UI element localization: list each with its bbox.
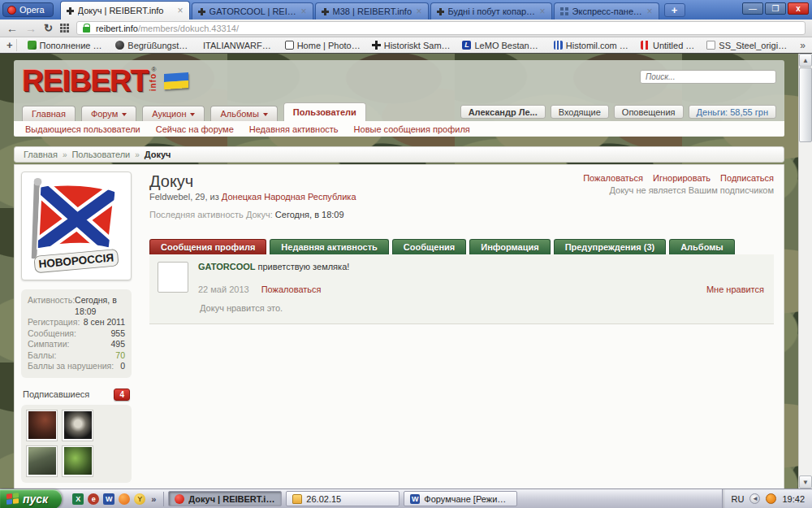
ukraine-flag-icon	[164, 72, 188, 89]
tab-profile-posts[interactable]: Сообщения профиля	[149, 239, 266, 254]
tab-recent-activity[interactable]: Недавняя активность	[270, 239, 388, 254]
subnav-new-profile-posts[interactable]: Новые сообщения профиля	[354, 124, 470, 134]
tray-app-icon[interactable]	[766, 493, 776, 504]
hide-icons-icon[interactable]: ◄	[749, 493, 760, 504]
add-bookmark-button[interactable]: +	[6, 39, 17, 51]
tab-information[interactable]: Информация	[469, 239, 550, 254]
bookmark-item[interactable]: SS_Steel_original_he	[706, 41, 789, 50]
follower-avatar[interactable]	[26, 410, 58, 441]
ignore-link[interactable]: Игнорировать	[653, 173, 710, 183]
lemo-icon: L	[462, 41, 471, 50]
excel-icon[interactable]: X	[72, 493, 84, 505]
bookmark-item[interactable]: Пополнение мобил	[28, 41, 106, 50]
subnav-recent-activity[interactable]: Недавняя активность	[249, 124, 339, 134]
breadcrumb-users[interactable]: Пользователи	[71, 150, 130, 159]
close-button[interactable]: x	[788, 2, 809, 15]
subnav-notable-members[interactable]: Выдающиеся пользователи	[25, 124, 140, 134]
bookmark-item[interactable]: LLeMO Bestandsuche	[462, 41, 542, 50]
search-input[interactable]	[640, 70, 776, 84]
speed-dial-button[interactable]	[60, 24, 69, 33]
subnav-online-now[interactable]: Сейчас на форуме	[156, 124, 234, 134]
reibert-favicon-icon	[322, 8, 329, 15]
system-tray: RU ◄ 19:42	[722, 489, 812, 508]
tab-albums[interactable]: Альбомы	[669, 239, 735, 254]
profile-avatar[interactable]: НОВОРОССІЯ	[21, 172, 132, 280]
speed-dial-favicon-icon	[560, 7, 568, 15]
report-link[interactable]: Пожаловаться	[583, 173, 643, 183]
profile-tabs: Сообщения профиля Недавняя активность Со…	[149, 239, 774, 254]
browser-tab-speeddial[interactable]: Экспресс-панель ×	[554, 2, 659, 20]
nav-tab-auction[interactable]: Аукцион	[142, 106, 205, 121]
bookmark-item[interactable]: Untitled Page	[641, 41, 696, 50]
bookmarks-overflow-button[interactable]: »	[800, 40, 806, 51]
tab-close-icon[interactable]: ×	[178, 7, 184, 15]
stat-row: Симпатии:495	[28, 339, 125, 350]
nav-tab-home[interactable]: Главная	[22, 106, 76, 121]
tab-close-icon[interactable]: ×	[301, 7, 307, 15]
breadcrumb-current: Докуч	[145, 150, 171, 159]
word-icon[interactable]: W	[103, 493, 114, 505]
scroll-down-arrow-icon[interactable]: ▼	[799, 475, 812, 488]
bookmark-item[interactable]: ITALIANWARFRONT	[203, 41, 274, 50]
follow-link[interactable]: Подписаться	[720, 173, 774, 183]
address-bar[interactable]: reibert.info/members/dokuch.43314/	[76, 21, 806, 35]
nav-tab-users[interactable]: Пользователи	[283, 102, 366, 121]
tab-close-icon[interactable]: ×	[540, 7, 546, 15]
task-button-opera[interactable]: Докуч | REIBERT.inf...	[168, 491, 282, 506]
breadcrumb-home[interactable]: Главная	[24, 150, 58, 159]
tab-close-icon[interactable]: ×	[417, 7, 422, 15]
profile-content: НОВОРОССІЯ Активность:Сегодня, в 18:09 Р…	[14, 164, 784, 488]
poster-avatar[interactable]	[158, 262, 188, 293]
page-scrollbar[interactable]: ▲ ▼	[798, 54, 812, 488]
task-button-word[interactable]: W Форумчане [Режим о...	[404, 491, 517, 506]
tab-warnings[interactable]: Предупреждения (3)	[554, 239, 667, 254]
task-button-folder[interactable]: 26.02.15	[286, 491, 400, 506]
tab-close-icon[interactable]: ×	[647, 7, 653, 15]
browser-tab-budni[interactable]: Будні і побут копаря | С ×	[430, 2, 552, 20]
bookmark-item[interactable]: Home | Photobucke	[285, 41, 361, 50]
account-button[interactable]: Александр Ле...	[460, 105, 546, 119]
maximize-button[interactable]: ❐	[765, 2, 786, 15]
reibert-favicon-icon	[67, 7, 74, 15]
minimize-button[interactable]: —	[742, 2, 763, 15]
start-button[interactable]: пуск	[0, 489, 62, 508]
profile-location-link[interactable]: Донецкая Народная Республика	[222, 192, 356, 202]
stat-row: Баллы:70	[28, 350, 125, 362]
alerts-button[interactable]: Оповещения	[614, 105, 684, 119]
tab-postings[interactable]: Сообщения	[392, 239, 466, 254]
follower-avatar[interactable]	[26, 445, 58, 477]
browser-tab-gatorcool[interactable]: GATORCOOL | REIBERT... ×	[192, 2, 313, 20]
like-link[interactable]: Мне нравится	[706, 284, 764, 294]
followers-label: Подписавшиеся	[23, 389, 89, 399]
site-logo[interactable]: REIBERT ® info	[22, 65, 188, 98]
poster-name-link[interactable]: GATORCOOL	[198, 262, 255, 271]
scroll-up-arrow-icon[interactable]: ▲	[799, 54, 812, 67]
language-indicator[interactable]: RU	[732, 494, 745, 504]
opera-menu-button[interactable]: Opera	[2, 2, 54, 17]
nav-tab-forum[interactable]: Форум	[81, 106, 136, 121]
tab-title: Будні і побут копаря | С	[448, 7, 536, 16]
browser-tab-m38[interactable]: M38 | REIBERT.info ×	[315, 2, 429, 20]
last-activity-value: Сегодня, в 18:09	[275, 210, 344, 219]
money-button[interactable]: Деньги: 58,55 грн	[689, 105, 776, 119]
bookmark-item[interactable]: Begrüßungsthread f	[115, 41, 192, 50]
follower-avatar[interactable]	[62, 410, 93, 441]
screen: Opera Докуч | REIBERT.info × GATORCOOL |…	[0, 0, 812, 508]
forward-button[interactable]: →	[25, 23, 37, 34]
profile-post: GATORCOOL приветствую земляка! 22 май 20…	[149, 254, 774, 324]
quick-launch-overflow[interactable]: »	[149, 494, 158, 504]
bookmark-item[interactable]: Historiskt Samlarforu	[372, 41, 452, 50]
scrollbar-thumb[interactable]	[799, 67, 812, 142]
follower-avatar[interactable]	[62, 445, 93, 477]
new-tab-button[interactable]: +	[664, 3, 685, 17]
reload-button[interactable]: ↻	[44, 22, 53, 34]
post-report-link[interactable]: Пожаловаться	[261, 284, 322, 294]
bookmark-item[interactable]: Histomil.com • View	[554, 41, 630, 50]
browser-tab-dokuch[interactable]: Докуч | REIBERT.info ×	[60, 1, 190, 20]
nav-tab-albums[interactable]: Альбомы	[210, 106, 277, 121]
browser-app-icon[interactable]: e	[88, 493, 99, 505]
back-button[interactable]: ←	[6, 23, 18, 34]
inbox-button[interactable]: Входящие	[551, 105, 609, 119]
firefox-icon[interactable]	[119, 493, 130, 505]
trophy-icon[interactable]: Y	[134, 493, 145, 505]
